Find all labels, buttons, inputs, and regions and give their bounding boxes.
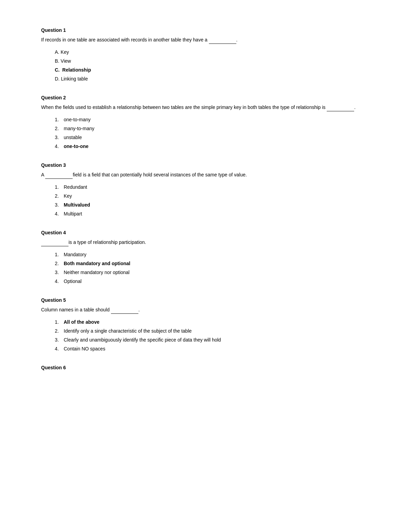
- question-title-3: Question 3: [41, 162, 370, 168]
- question-title-6: Question 6: [41, 365, 370, 370]
- question-title-1: Question 1: [41, 27, 370, 33]
- blank-5: [111, 306, 138, 314]
- option-3-4: 4.Multipart: [55, 210, 370, 218]
- question-block-4: Question 4 is a type of relationship par…: [41, 230, 370, 285]
- question-block-3: Question 3A field is a field that can po…: [41, 162, 370, 218]
- option-4-1: 1.Mandatory: [55, 251, 370, 258]
- blank-4: [41, 239, 68, 246]
- option-2-2: 2.many-to-many: [55, 125, 370, 132]
- question-text-3: A field is a field that can potentially …: [41, 171, 370, 179]
- option-5-3: 3.Clearly and unambiguously identify the…: [55, 336, 370, 344]
- question-text-2: When the fields used to establish a rela…: [41, 104, 370, 111]
- option-4-4: 4.Optional: [55, 278, 370, 285]
- option-3-1: 1.Redundant: [55, 184, 370, 191]
- option-5-2: 2.Identify only a single characteristic …: [55, 327, 370, 335]
- option-2-1: 1.one-to-many: [55, 116, 370, 123]
- question-text-5: Column names in a table should .: [41, 306, 370, 314]
- option-2-3: 3.unstable: [55, 134, 370, 141]
- blank-3: [45, 171, 73, 179]
- blank-2: [327, 104, 354, 111]
- question-block-6: Question 6: [41, 365, 370, 370]
- question-title-2: Question 2: [41, 95, 370, 100]
- options-list-5: 1.All of the above2.Identify only a sing…: [55, 319, 370, 352]
- question-title-5: Question 5: [41, 297, 370, 303]
- option-4-3: 3.Neither mandatory nor optional: [55, 269, 370, 276]
- option-1-4: D. Linking table: [55, 75, 370, 83]
- options-list-4: 1.Mandatory2.Both mandatory and optional…: [55, 251, 370, 285]
- question-block-2: Question 2When the fields used to establ…: [41, 95, 370, 150]
- option-3-2: 2.Key: [55, 193, 370, 200]
- options-list-3: 1.Redundant2.Key3.Multivalued4.Multipart: [55, 184, 370, 218]
- question-text-4: is a type of relationship participation.: [41, 239, 370, 246]
- option-5-1: 1.All of the above: [55, 319, 370, 326]
- question-title-4: Question 4: [41, 230, 370, 235]
- blank-1: [209, 36, 236, 44]
- option-1-2: B. View: [55, 58, 370, 65]
- question-block-5: Question 5Column names in a table should…: [41, 297, 370, 352]
- option-3-3: 3.Multivalued: [55, 201, 370, 209]
- options-list-2: 1.one-to-many2.many-to-many3.unstable4.o…: [55, 116, 370, 150]
- option-1-1: A. Key: [55, 49, 370, 56]
- question-text-1: If records in one table are associated w…: [41, 36, 370, 44]
- option-2-4: 4.one-to-one: [55, 143, 370, 150]
- options-list-1: A. KeyB. ViewC. RelationshipD. Linking t…: [55, 49, 370, 83]
- question-block-1: Question 1If records in one table are as…: [41, 27, 370, 83]
- option-4-2: 2.Both mandatory and optional: [55, 260, 370, 267]
- option-5-4: 4.Contain NO spaces: [55, 345, 370, 352]
- questions-container: Question 1If records in one table are as…: [41, 27, 370, 370]
- option-1-3: C. Relationship: [55, 66, 370, 74]
